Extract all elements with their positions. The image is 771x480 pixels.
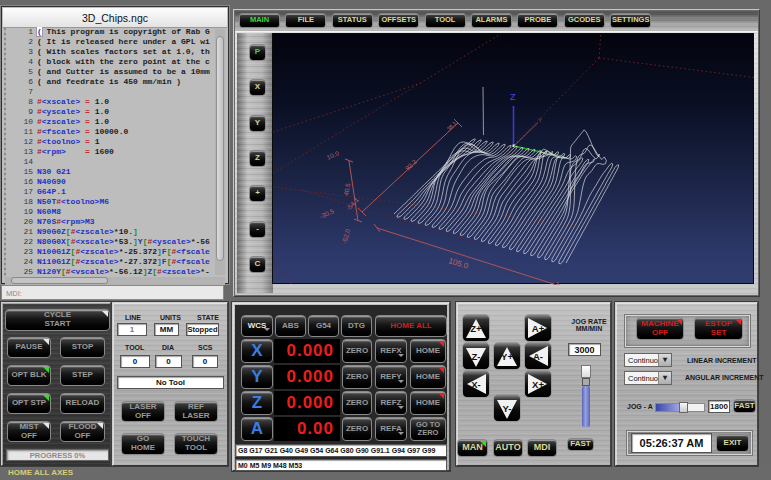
svg-text:105.0: 105.0 (447, 256, 469, 271)
svg-text:Z: Z (510, 92, 516, 102)
svg-text:Z-: Z- (472, 351, 481, 362)
svg-text:X-: X- (471, 379, 481, 390)
svg-text:92.2: 92.2 (404, 158, 418, 172)
svg-text:Y: Y (538, 117, 542, 123)
svg-text:-54.1: -54.1 (345, 196, 360, 212)
svg-text:A+: A+ (532, 323, 545, 334)
svg-text:-30.5: -30.5 (318, 207, 335, 220)
svg-text:Z+: Z+ (470, 323, 482, 334)
svg-text:38.1: 38.1 (446, 120, 458, 132)
svg-text:Y+: Y+ (501, 351, 513, 362)
svg-text:Y-: Y- (503, 403, 512, 414)
svg-text:40.5: 40.5 (342, 182, 351, 196)
svg-text:A-: A- (533, 351, 543, 362)
svg-text:X+: X+ (532, 379, 544, 390)
svg-text:10.0: 10.0 (325, 149, 340, 161)
svg-text:-52.0: -52.0 (340, 228, 351, 245)
